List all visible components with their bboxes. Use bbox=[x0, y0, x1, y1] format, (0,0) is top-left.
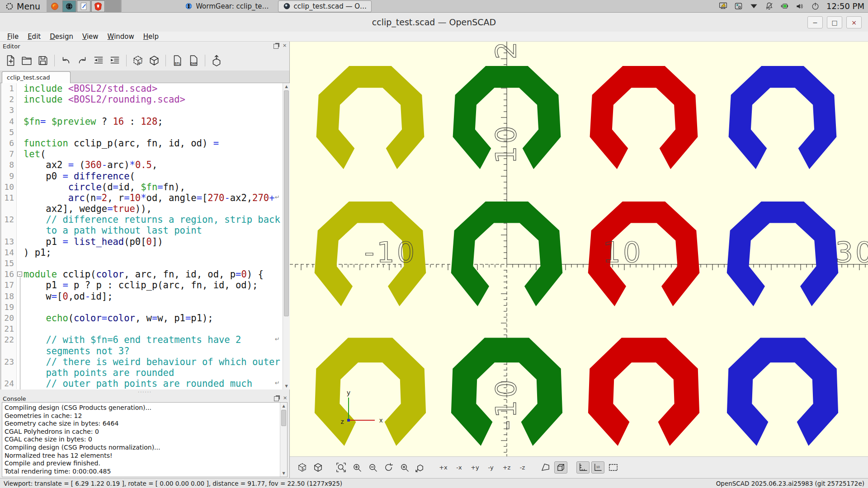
export-stl-button[interactable]: STL bbox=[170, 54, 184, 67]
code-editor[interactable]: 1include <BOSL2/std.scad>2include <BOSL2… bbox=[0, 83, 290, 389]
render-button[interactable] bbox=[311, 461, 325, 474]
menu-window[interactable]: Window bbox=[103, 32, 139, 41]
notifications-muted-tray-icon bbox=[765, 2, 774, 10]
fold-toggle-icon[interactable]: – bbox=[17, 272, 22, 277]
code-line: 20 echo(color=color, w=w, p1=p1); bbox=[1, 313, 290, 324]
new-file-button[interactable] bbox=[4, 54, 17, 67]
maximize-button[interactable]: □ bbox=[827, 16, 842, 28]
view-area-select-button[interactable] bbox=[606, 461, 620, 474]
preview-button[interactable]: » bbox=[295, 461, 309, 474]
newfile-icon bbox=[5, 55, 16, 66]
editor-undock-icon[interactable] bbox=[273, 42, 279, 48]
editor-tab-bar: cclip_test.scad bbox=[0, 70, 289, 83]
volume-tray-icon[interactable] bbox=[796, 2, 804, 10]
notes-icon bbox=[79, 2, 88, 11]
editor-panel-title: Editor bbox=[3, 43, 20, 50]
send-icon bbox=[211, 55, 222, 66]
show-axes-button[interactable] bbox=[576, 461, 590, 474]
zoom-in-button[interactable] bbox=[350, 461, 364, 474]
unindent-button[interactable] bbox=[92, 54, 105, 67]
code-line: 22 // with $fn=6 end treatments have 2↵ bbox=[1, 334, 290, 345]
console-undock-icon[interactable] bbox=[274, 395, 279, 401]
svg-text:20: 20 bbox=[490, 42, 523, 59]
code-line: 4$fn= $preview ? 16 : 128; bbox=[1, 116, 290, 127]
3d-viewport[interactable]: -1010302010-10yxz »+x-x+y-y+z-z10 bbox=[290, 42, 868, 478]
toggles-tray-icon[interactable] bbox=[734, 2, 743, 10]
panel-splitter[interactable] bbox=[0, 389, 290, 394]
view-center-button[interactable] bbox=[413, 461, 427, 474]
cube-icon bbox=[313, 462, 323, 473]
svg-text:y: y bbox=[347, 389, 350, 396]
reset-view-button[interactable] bbox=[382, 461, 396, 474]
console-line: Geometries in cache: 12 bbox=[2, 412, 287, 420]
brave-launcher-icon[interactable] bbox=[91, 0, 105, 12]
open-icon bbox=[21, 55, 33, 66]
viewport-canvas[interactable]: -1010302010-10yxz bbox=[290, 42, 868, 456]
open-file-button[interactable] bbox=[20, 54, 33, 67]
tab-cclip-test-scad[interactable]: cclip_test.scad bbox=[2, 71, 71, 83]
save-button[interactable] bbox=[36, 54, 50, 67]
toggles-tray-icon bbox=[734, 2, 743, 10]
export-dxf-button[interactable]: DXF bbox=[187, 54, 200, 67]
perspective-icon bbox=[540, 462, 551, 473]
editor-panel-header: Editor × bbox=[0, 42, 289, 51]
taskbar-item-1[interactable]: WormGear: cclip_te… bbox=[180, 1, 273, 12]
clock[interactable]: 12:50 PM bbox=[826, 1, 864, 11]
menu-file[interactable]: File bbox=[3, 32, 23, 41]
render-button[interactable] bbox=[147, 54, 161, 67]
notifications-muted-tray-icon[interactable] bbox=[765, 2, 774, 10]
notes-app-launcher-icon[interactable] bbox=[77, 0, 90, 12]
code-line: 9 p0 = difference( bbox=[1, 171, 290, 182]
send-to-print-button[interactable] bbox=[210, 54, 223, 67]
view-plus-z-button[interactable]: +z bbox=[500, 461, 514, 474]
power-tray-icon bbox=[811, 2, 820, 10]
view-minus-x-button[interactable]: -x bbox=[452, 461, 466, 474]
system-menu-button[interactable]: Menu bbox=[4, 0, 42, 13]
indent-button[interactable] bbox=[108, 54, 122, 67]
redo-icon bbox=[76, 55, 88, 66]
menu-design[interactable]: Design bbox=[45, 32, 78, 41]
menu-view[interactable]: View bbox=[78, 32, 103, 41]
preview-button[interactable]: » bbox=[131, 54, 145, 67]
show-scale-markers-button[interactable]: 10 bbox=[591, 461, 604, 474]
power-tray-icon[interactable] bbox=[811, 2, 820, 10]
view-minus-y-button[interactable]: -y bbox=[484, 461, 498, 474]
battery-charging-tray-icon bbox=[780, 2, 789, 10]
cube-icon bbox=[148, 55, 160, 66]
axis-view-label: +y bbox=[471, 464, 479, 471]
console-line: CGAL Polyhedrons in cache: 0 bbox=[2, 428, 287, 436]
console-close-icon[interactable]: × bbox=[282, 395, 288, 401]
view-plus-y-button[interactable]: +y bbox=[468, 461, 482, 474]
console-line: Compiling design (CSG Products generatio… bbox=[2, 404, 287, 412]
console-output[interactable]: Compiling design (CSG Products generatio… bbox=[2, 402, 288, 477]
reset-icon bbox=[383, 462, 394, 473]
code-line-cont: path points are rounded bbox=[1, 367, 290, 378]
globe-app-launcher-icon[interactable] bbox=[62, 0, 76, 12]
code-line: 12 // difference returns a region, strip… bbox=[1, 214, 290, 225]
firefox-launcher-icon[interactable] bbox=[48, 0, 61, 12]
network-tray-icon[interactable] bbox=[750, 2, 758, 10]
display-settings-tray-icon[interactable] bbox=[719, 2, 727, 10]
scale10-icon: 10 bbox=[593, 462, 603, 473]
editor-close-icon[interactable]: × bbox=[282, 42, 288, 48]
zoom-all-button[interactable] bbox=[334, 461, 348, 474]
redo-button[interactable] bbox=[75, 54, 89, 67]
view-all-button[interactable] bbox=[397, 461, 411, 474]
menu-edit[interactable]: Edit bbox=[23, 32, 45, 41]
minimize-button[interactable]: − bbox=[807, 16, 823, 28]
task-label: WormGear: cclip_te… bbox=[196, 2, 269, 10]
line-wrap-icon: ↵ bbox=[275, 194, 280, 201]
editor-scrollbar[interactable]: ▲ ▼ bbox=[283, 83, 290, 389]
menu-help[interactable]: Help bbox=[139, 32, 163, 41]
view-plus-x-button[interactable]: +x bbox=[436, 461, 450, 474]
undo-button[interactable] bbox=[59, 54, 73, 67]
orthographic-button[interactable] bbox=[554, 461, 567, 474]
taskbar-item-2[interactable]: cclip_test.scad — O… bbox=[278, 0, 372, 12]
volume-tray-icon bbox=[796, 2, 804, 10]
zoom-out-button[interactable] bbox=[366, 461, 380, 474]
close-button[interactable]: × bbox=[846, 16, 862, 28]
console-scrollbar[interactable]: ▲ ▼ bbox=[280, 403, 287, 477]
perspective-button[interactable] bbox=[538, 461, 552, 474]
battery-charging-tray-icon[interactable] bbox=[780, 2, 789, 10]
view-minus-z-button[interactable]: -z bbox=[515, 461, 529, 474]
